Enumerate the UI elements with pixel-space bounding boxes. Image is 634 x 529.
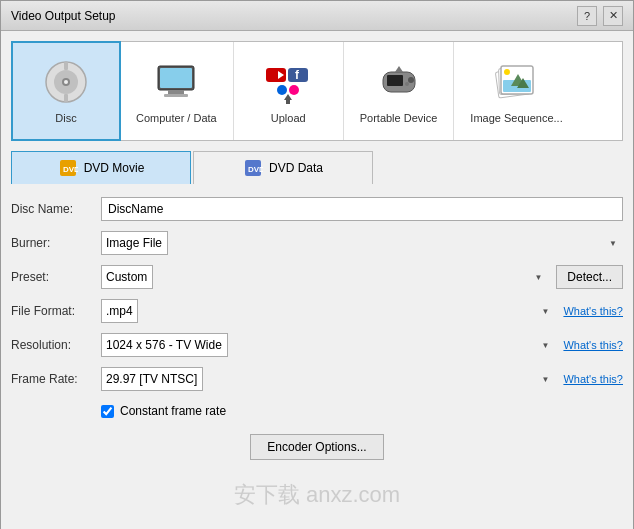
- preset-row: Preset: Custom Detect...: [11, 264, 623, 290]
- dialog-window: Video Output Setup ? ✕: [0, 0, 634, 529]
- form-area: Disc Name: Burner: Image File: [11, 196, 623, 460]
- svg-rect-17: [286, 100, 290, 104]
- title-bar: Video Output Setup ? ✕: [1, 1, 633, 31]
- tab-dvd-movie-label: DVD Movie: [84, 161, 145, 175]
- svg-point-15: [289, 85, 299, 95]
- portable-icon: [375, 58, 423, 106]
- category-portable-label: Portable Device: [360, 112, 438, 124]
- resolution-whats-link[interactable]: What's this?: [563, 339, 623, 351]
- svg-rect-8: [168, 90, 184, 94]
- svg-rect-19: [387, 75, 403, 86]
- svg-point-14: [277, 85, 287, 95]
- frame-rate-select[interactable]: 29.97 [TV NTSC]: [101, 367, 203, 391]
- category-sequence-label: Image Sequence...: [470, 112, 562, 124]
- constant-frame-rate-row: Constant frame rate: [11, 404, 623, 418]
- tab-row: DVD DVD Movie DVD DVD Data: [11, 151, 623, 184]
- encoder-btn-row: Encoder Options...: [11, 434, 623, 460]
- resolution-label: Resolution:: [11, 338, 101, 352]
- frame-rate-label: Frame Rate:: [11, 372, 101, 386]
- category-upload-label: Upload: [271, 112, 306, 124]
- watermark: 安下载 anxz.com: [11, 460, 623, 520]
- disc-icon: [42, 58, 90, 106]
- upload-icon: f: [264, 58, 312, 106]
- disc-name-control: [101, 197, 623, 221]
- file-format-label: File Format:: [11, 304, 101, 318]
- constant-frame-rate-checkbox[interactable]: [101, 405, 114, 418]
- svg-text:DVD: DVD: [63, 165, 78, 174]
- svg-point-3: [64, 80, 68, 84]
- close-button[interactable]: ✕: [603, 6, 623, 26]
- svg-rect-4: [64, 62, 68, 70]
- preset-label: Preset:: [11, 270, 101, 284]
- file-format-whats-link[interactable]: What's this?: [563, 305, 623, 317]
- help-button[interactable]: ?: [577, 6, 597, 26]
- constant-frame-rate-label[interactable]: Constant frame rate: [120, 404, 226, 418]
- sequence-icon: [493, 58, 541, 106]
- resolution-row: Resolution: 1024 x 576 - TV Wide What's …: [11, 332, 623, 358]
- main-content: DVD DVD Movie DVD DVD Data Disc Name:: [11, 151, 623, 520]
- burner-control: Image File: [101, 231, 623, 255]
- preset-select[interactable]: Custom: [101, 265, 153, 289]
- tab-dvd-data-label: DVD Data: [269, 161, 323, 175]
- tab-dvd-movie[interactable]: DVD DVD Movie: [11, 151, 191, 184]
- computer-icon: [152, 58, 200, 106]
- svg-point-21: [405, 82, 409, 86]
- svg-point-20: [408, 77, 414, 83]
- preset-control: Custom Detect...: [101, 265, 623, 289]
- svg-rect-5: [64, 94, 68, 102]
- resolution-control: 1024 x 576 - TV Wide What's this?: [101, 333, 623, 357]
- burner-select[interactable]: Image File: [101, 231, 168, 255]
- detect-button[interactable]: Detect...: [556, 265, 623, 289]
- category-disc[interactable]: Disc: [11, 41, 121, 141]
- category-disc-label: Disc: [55, 112, 76, 124]
- burner-row: Burner: Image File: [11, 230, 623, 256]
- category-sequence[interactable]: Image Sequence...: [454, 42, 578, 140]
- file-format-row: File Format: .mp4 What's this?: [11, 298, 623, 324]
- disc-name-input[interactable]: [101, 197, 623, 221]
- burner-label: Burner:: [11, 236, 101, 250]
- svg-rect-9: [164, 94, 188, 97]
- file-format-control: .mp4 What's this?: [101, 299, 623, 323]
- title-controls: ? ✕: [577, 6, 623, 26]
- category-computer-label: Computer / Data: [136, 112, 217, 124]
- frame-rate-control: 29.97 [TV NTSC] What's this?: [101, 367, 623, 391]
- category-portable[interactable]: Portable Device: [344, 42, 455, 140]
- svg-text:DVD: DVD: [248, 165, 263, 174]
- encoder-options-button[interactable]: Encoder Options...: [250, 434, 383, 460]
- disc-name-label: Disc Name:: [11, 202, 101, 216]
- resolution-select[interactable]: 1024 x 576 - TV Wide: [101, 333, 228, 357]
- svg-marker-22: [395, 66, 403, 72]
- frame-rate-row: Frame Rate: 29.97 [TV NTSC] What's this?: [11, 366, 623, 392]
- svg-marker-16: [284, 94, 292, 100]
- dvd-movie-icon: DVD: [58, 158, 78, 178]
- disc-name-row: Disc Name:: [11, 196, 623, 222]
- category-bar: Disc Computer / Data: [11, 41, 623, 141]
- dialog-body: Disc Computer / Data: [1, 31, 633, 529]
- category-upload[interactable]: f Upload: [234, 42, 344, 140]
- file-format-select[interactable]: .mp4: [101, 299, 138, 323]
- svg-rect-7: [160, 68, 192, 88]
- category-computer[interactable]: Computer / Data: [120, 42, 234, 140]
- svg-point-29: [504, 69, 510, 75]
- dialog-title: Video Output Setup: [11, 9, 116, 23]
- frame-rate-whats-link[interactable]: What's this?: [563, 373, 623, 385]
- tab-dvd-data[interactable]: DVD DVD Data: [193, 151, 373, 184]
- dvd-data-icon: DVD: [243, 158, 263, 178]
